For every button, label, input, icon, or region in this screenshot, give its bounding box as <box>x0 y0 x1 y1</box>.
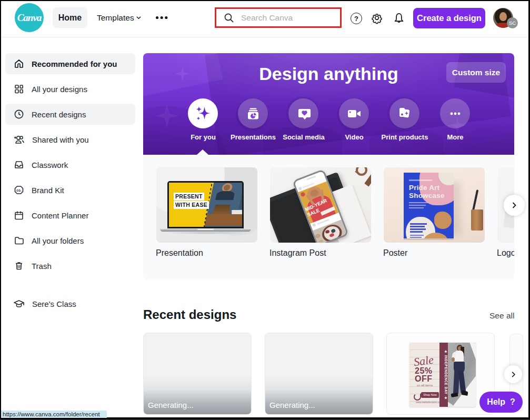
svg-text:co.: co. <box>16 188 22 192</box>
